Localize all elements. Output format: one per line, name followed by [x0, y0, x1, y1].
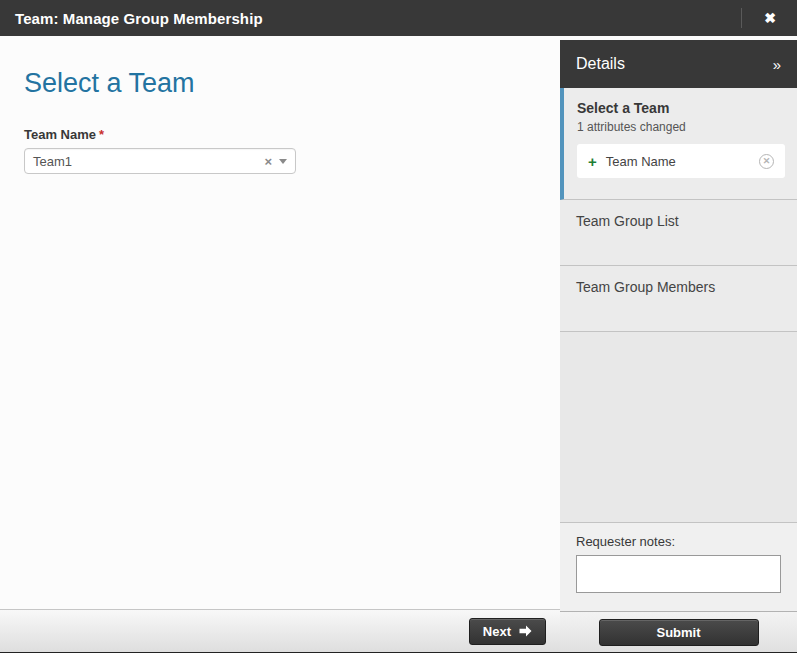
dialog-title: Team: Manage Group Membership: [15, 10, 741, 27]
submit-button[interactable]: Submit: [599, 619, 759, 646]
next-button[interactable]: Next: [469, 618, 546, 645]
main-pane: Select a Team Team Name* Team1 × Next: [0, 36, 560, 652]
arrow-right-icon: [519, 625, 532, 637]
plus-icon: +: [588, 154, 597, 169]
main-content: Select a Team Team Name* Team1 ×: [0, 36, 560, 609]
combobox-selected-value: Team1: [33, 154, 264, 169]
changed-attribute-chip: + Team Name ✕: [577, 144, 785, 178]
active-section-title: Select a Team: [577, 100, 785, 116]
requester-notes-label: Requester notes:: [576, 534, 781, 549]
sidebar-section-select-a-team[interactable]: Select a Team 1 attributes changed + Tea…: [560, 88, 797, 200]
required-asterisk: *: [99, 127, 104, 142]
sidebar-section-team-group-list[interactable]: Team Group List: [560, 200, 797, 266]
sidebar-footer: Submit: [560, 611, 797, 652]
sidebar-empty-area: [560, 332, 797, 523]
requester-notes-area: Requester notes:: [560, 523, 797, 611]
sidebar-section-team-group-members[interactable]: Team Group Members: [560, 266, 797, 332]
remove-attribute-icon[interactable]: ✕: [759, 154, 774, 169]
changed-attribute-label: Team Name: [606, 154, 759, 169]
team-name-label: Team Name*: [24, 127, 536, 142]
requester-notes-input[interactable]: [576, 555, 781, 593]
details-sidebar: Details » Select a Team 1 attributes cha…: [560, 36, 797, 652]
collapse-panel-icon[interactable]: »: [773, 56, 781, 73]
team-name-combobox[interactable]: Team1 ×: [24, 148, 296, 174]
main-footer: Next: [0, 609, 560, 652]
titlebar-divider: [741, 8, 742, 28]
next-button-label: Next: [483, 624, 511, 639]
details-header: Details »: [560, 40, 797, 88]
chevron-down-icon[interactable]: [279, 159, 287, 164]
details-title: Details: [576, 55, 773, 73]
manage-group-membership-dialog: Team: Manage Group Membership ✖ Select a…: [0, 0, 797, 653]
clear-selection-icon[interactable]: ×: [264, 155, 272, 168]
dialog-titlebar: Team: Manage Group Membership ✖: [0, 0, 797, 36]
close-icon[interactable]: ✖: [758, 7, 782, 29]
attributes-changed-text: 1 attributes changed: [577, 120, 785, 134]
dialog-body: Select a Team Team Name* Team1 × Next: [0, 36, 797, 652]
page-title: Select a Team: [24, 68, 536, 99]
